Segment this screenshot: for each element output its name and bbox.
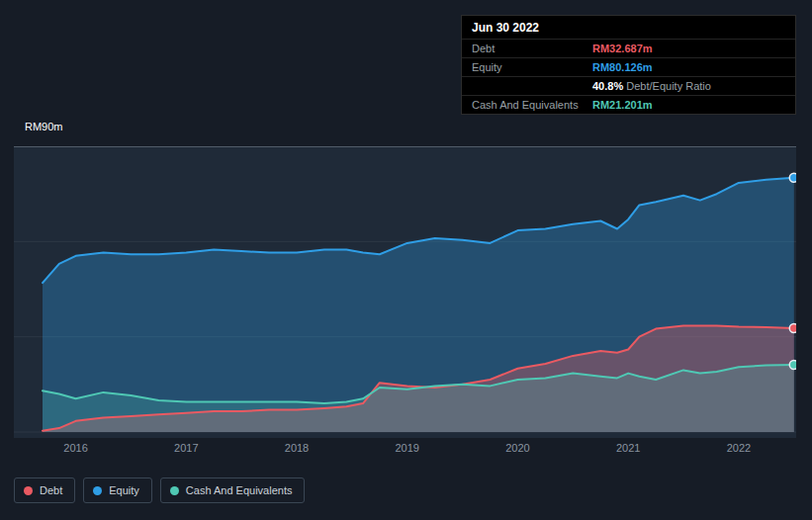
tooltip-equity-value: RM80.126m — [592, 61, 653, 73]
x-tick: 2017 — [174, 442, 198, 454]
x-tick: 2021 — [616, 442, 640, 454]
x-tick: 2022 — [727, 442, 751, 454]
legend-label-debt: Debt — [40, 484, 62, 496]
debt-series-dot-icon — [24, 486, 33, 495]
chart-tooltip: Jun 30 2022 Debt RM32.687m Equity RM80.1… — [461, 15, 796, 115]
chart-legend: Debt Equity Cash And Equivalents — [14, 477, 305, 503]
tooltip-cash-label: Cash And Equivalents — [472, 99, 592, 111]
equity-series-dot-icon — [93, 486, 102, 495]
x-tick: 2019 — [395, 442, 418, 454]
cash-series-dot-icon — [170, 486, 179, 495]
tooltip-ratio-value: 40.8% Debt/Equity Ratio — [592, 80, 711, 92]
chart-page: Jun 30 2022 Debt RM32.687m Equity RM80.1… — [0, 0, 812, 520]
tooltip-ratio-label: Debt/Equity Ratio — [626, 80, 711, 92]
chart-canvas[interactable] — [14, 146, 796, 438]
tooltip-debt-value: RM32.687m — [592, 43, 653, 54]
y-axis-label-top: RM90m — [25, 121, 63, 132]
x-tick: 2020 — [505, 442, 529, 454]
tooltip-row-cash: Cash And Equivalents RM21.201m — [462, 95, 795, 114]
tooltip-debt-label: Debt — [472, 43, 592, 54]
legend-label-equity: Equity — [109, 484, 139, 496]
x-tick: 2016 — [63, 442, 87, 454]
legend-item-equity[interactable]: Equity — [83, 477, 152, 503]
legend-item-debt[interactable]: Debt — [14, 477, 75, 503]
tooltip-equity-label: Equity — [472, 61, 592, 73]
tooltip-row-debt: Debt RM32.687m — [462, 39, 795, 57]
tooltip-cash-value: RM21.201m — [592, 99, 653, 111]
tooltip-row-ratio: 40.8% Debt/Equity Ratio — [462, 76, 795, 95]
legend-item-cash[interactable]: Cash And Equivalents — [160, 477, 306, 503]
x-tick: 2018 — [285, 442, 309, 454]
plot-area — [14, 146, 796, 438]
tooltip-ratio-percent: 40.8% — [592, 80, 623, 92]
tooltip-row-equity: Equity RM80.126m — [462, 57, 795, 76]
legend-label-cash: Cash And Equivalents — [186, 484, 293, 496]
tooltip-date: Jun 30 2022 — [462, 16, 795, 39]
